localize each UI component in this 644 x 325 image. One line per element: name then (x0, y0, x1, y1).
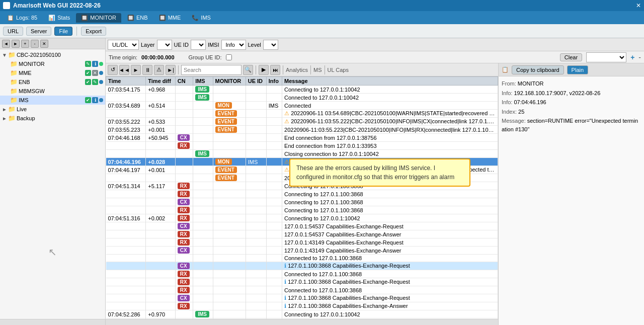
info-select[interactable]: Info (221, 40, 246, 50)
tab-mme[interactable]: 🔲 MME (154, 13, 186, 23)
tree-item-mbmsgw[interactable]: 📁 MBMSGW (0, 87, 105, 96)
cell-info (266, 198, 282, 206)
table-row[interactable]: Connected to 127.0.1.100:3868 (106, 255, 498, 262)
clear-button[interactable]: Clear (560, 53, 582, 61)
level-select[interactable] (263, 40, 278, 50)
cell-ueid (246, 302, 266, 310)
table-row[interactable]: CX127.0.0.1:43149 Capabilities-Exchange-… (106, 247, 498, 255)
monitor-badge: EVENT (215, 126, 237, 133)
cell-cn: CX (175, 198, 193, 206)
table-row[interactable]: RXConnecting to 127.0.1.100:3868 (106, 190, 498, 198)
group-ue-checkbox[interactable] (226, 54, 232, 60)
minus-icon[interactable]: - (638, 53, 641, 61)
tree-item-cbc[interactable]: ▼ 📁 CBC-2021050100 (0, 50, 105, 59)
table-row[interactable]: 07:03:54.175+0.968IMSConnecting to 127.0… (106, 86, 498, 94)
clear-select[interactable] (586, 52, 626, 62)
warn-filter-button[interactable]: ⚠ (154, 65, 164, 75)
sidebar-btn-2[interactable]: ► (12, 40, 20, 48)
tab-bar: 📋 Logs: 85 📊 Stats 🔲 MONITOR 🔲 ENB 🔲 MME… (0, 11, 644, 24)
info-icon: ℹ (284, 303, 288, 309)
tree-item-enb[interactable]: 📁 ENB ✔ ✎ (0, 77, 105, 87)
cell-time (106, 286, 146, 294)
search-icon-btn[interactable]: 🔍 (243, 65, 253, 75)
ul-dl-select[interactable]: UL/DL (108, 40, 139, 50)
search-input[interactable] (181, 65, 242, 75)
next-button[interactable]: ► (131, 65, 141, 75)
table-row[interactable]: 07:03:55.223+0.001EVENT20220906-11:03:55… (106, 126, 498, 134)
table-row[interactable]: CXℹ 127.0.1.100:3868 Capabilities-Exchan… (106, 294, 498, 302)
sidebar-btn-1[interactable]: ◄ (2, 40, 10, 48)
table-row[interactable]: EVENT⚠ 20220906-11 03:54.689|CBC-2021050… (106, 110, 498, 118)
skip-btn[interactable]: ⏭ (270, 65, 280, 75)
tree-item-backup[interactable]: ► 📁 Backup (0, 114, 105, 123)
table-row[interactable]: IMSConnected to 127.0.0.1:10042 (106, 94, 498, 102)
sidebar-btn-5[interactable]: ✕ (40, 40, 48, 48)
tab-ims[interactable]: 📞 IMS (187, 13, 216, 23)
refresh-button[interactable]: ↺ (108, 65, 118, 75)
info-icon: ℹ (284, 279, 288, 285)
cell-time: 07:04:46.196 (106, 158, 146, 166)
table-row[interactable]: RX127.0.0.1:43149 Capabilities-Exchange-… (106, 238, 498, 247)
table-row[interactable]: RXConnected to 127.0.1.100:3868 (106, 286, 498, 294)
table-row[interactable]: RXEnd connection from 127.0.0.1:33953 (106, 142, 498, 150)
tab-monitor[interactable]: 🔲 MONITOR (76, 13, 121, 23)
sidebar-btn-4[interactable]: - (31, 40, 39, 48)
sidebar: ◄ ► + - ✕ ▼ 📁 CBC-2021050100 📁 MONITOR ✎… (0, 38, 106, 325)
cell-monitor (213, 255, 246, 262)
pause-button[interactable]: ⏸ (142, 65, 152, 75)
cell-ims (193, 238, 213, 247)
log-table-container[interactable]: Time Time diff CN IMS MONITOR UE ID Info… (106, 76, 498, 319)
table-row[interactable]: IMSClosing connection to 127.0.0.1:10042 (106, 150, 498, 158)
ms-label[interactable]: MS (313, 67, 322, 73)
close-icon[interactable]: ✕ (636, 2, 641, 9)
table-row[interactable]: 07:03:55.222+0.533EVENT⚠ 20220906-11:03:… (106, 118, 498, 126)
end-button[interactable]: ►| (166, 65, 176, 75)
table-row[interactable]: CXConnecting to 127.0.1.100:3868 (106, 198, 498, 206)
cell-ueid (246, 270, 266, 278)
toolbar-separator (76, 27, 77, 36)
log-scrollbar[interactable] (106, 319, 498, 325)
cell-diff: +0.970 (146, 310, 176, 318)
plain-button[interactable]: Plain (567, 65, 588, 74)
table-row[interactable]: RXConnected to 127.0.1.100:3868 (106, 270, 498, 278)
tooltip: These are the errors caused by killing I… (289, 158, 470, 187)
copy-to-clipboard-button[interactable]: Copy to clipboard (512, 65, 564, 74)
server-button[interactable]: Server (26, 27, 51, 36)
tree-item-mme[interactable]: 📁 MME ✔ ✕ (0, 68, 105, 77)
play-btn[interactable]: ▶ (259, 65, 269, 75)
sidebar-scrollbar[interactable] (0, 319, 105, 325)
tree-item-live[interactable]: ► 📁 Live (0, 105, 105, 114)
layer-select[interactable] (157, 40, 172, 50)
tree-item-ims[interactable]: 📁 IMS ✔ ℹ (0, 96, 105, 105)
table-row[interactable]: RXℹ 127.0.1.100:3868 Capabilities-Exchan… (106, 278, 498, 286)
tab-logs-label: Logs: 85 (16, 15, 37, 21)
analytics-label[interactable]: Analytics (286, 67, 308, 73)
table-row[interactable]: RXℹ 127.0.1.100:3868 Capabilities-Exchan… (106, 302, 498, 310)
time-origin-label: Time origin: (109, 54, 137, 60)
add-icon[interactable]: + (630, 53, 634, 61)
tab-logs[interactable]: 📋 Logs: 85 (2, 13, 42, 23)
table-row[interactable]: CX127.0.0.1:54537 Capabilities-Exchange-… (106, 222, 498, 230)
table-row[interactable]: 07:04:46.168+50.945CXEnd connection from… (106, 134, 498, 142)
tab-enb[interactable]: 🔲 ENB (122, 13, 153, 23)
cell-diff (146, 278, 176, 286)
cell-message: ℹ 127.0.1.100:3868 Capabilities-Exchange… (282, 294, 498, 302)
table-row[interactable]: RXConnecting to 127.0.1.100:3868 (106, 206, 498, 214)
cell-message: End connection from 127.0.0.1:38756 (282, 134, 498, 142)
table-row[interactable]: 07:04:51.316+0.002RXConnecting to 127.0.… (106, 214, 498, 222)
table-row[interactable]: 07:03:54.689+0.514MONIMSConnected (106, 102, 498, 110)
ul-caps-label[interactable]: UL Caps (328, 67, 349, 73)
cell-ims (193, 294, 213, 302)
file-button[interactable]: File (54, 27, 72, 36)
export-button[interactable]: Export (81, 27, 106, 36)
table-row[interactable]: 07:04:52.286+0.970IMSConnecting to 127.0… (106, 310, 498, 318)
cell-ueid (246, 142, 266, 150)
ue-id-select[interactable] (191, 40, 206, 50)
tree-item-monitor[interactable]: 📁 MONITOR ✎ ℹ (0, 59, 105, 68)
table-row[interactable]: CXℹ 127.0.1.100:3868 Capabilities-Exchan… (106, 262, 498, 270)
tab-stats[interactable]: 📊 Stats (43, 13, 75, 23)
table-row[interactable]: RX127.0.0.1:54537 Capabilities-Exchange-… (106, 230, 498, 238)
sidebar-btn-3[interactable]: + (21, 40, 29, 48)
url-button[interactable]: URL (3, 27, 23, 36)
prev-button[interactable]: ◄◄ (119, 65, 129, 75)
